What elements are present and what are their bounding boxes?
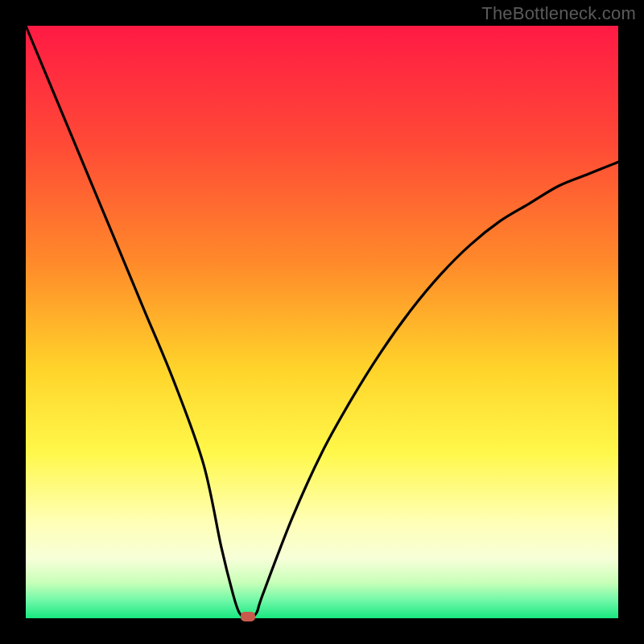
watermark-text: TheBottleneck.com bbox=[481, 3, 636, 24]
chart-frame: TheBottleneck.com bbox=[0, 0, 644, 644]
plot-background bbox=[26, 26, 618, 618]
optimal-marker bbox=[241, 612, 255, 621]
bottleneck-chart bbox=[0, 0, 644, 644]
